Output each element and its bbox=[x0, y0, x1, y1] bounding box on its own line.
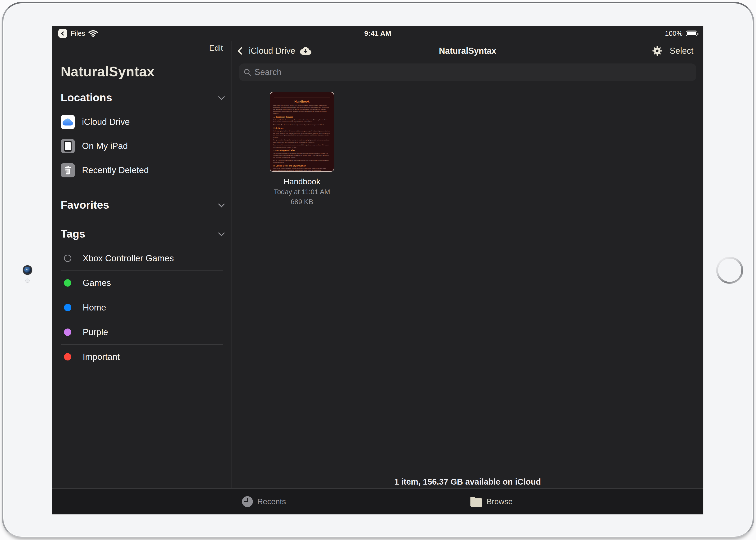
thumbnail-section-heading: ☁ Discovery Service bbox=[273, 116, 331, 118]
sidebar-item-on-my-ipad[interactable]: On My iPad bbox=[61, 134, 223, 158]
sidebar: Edit NaturalSyntax Locations bbox=[52, 41, 232, 488]
wifi-icon bbox=[89, 30, 98, 37]
chevron-down-icon bbox=[218, 229, 225, 236]
file-thumbnail[interactable]: Handbook Welcome to Natural Syntax, with… bbox=[270, 92, 334, 172]
file-item-handbook[interactable]: Handbook Welcome to Natural Syntax, with… bbox=[270, 92, 334, 206]
tag-color-dot bbox=[64, 255, 71, 262]
page-title: NaturalSyntax bbox=[439, 46, 496, 56]
select-button[interactable]: Select bbox=[670, 46, 693, 56]
tag-color-dot bbox=[64, 329, 71, 336]
thumbnail-section-heading: ⚙ Settings bbox=[273, 127, 331, 129]
sidebar-item-tag-games[interactable]: Games bbox=[61, 271, 223, 295]
clock-time: 9:41 AM bbox=[364, 29, 391, 38]
home-button[interactable] bbox=[716, 257, 743, 284]
battery-icon bbox=[686, 31, 697, 36]
back-chevron-icon bbox=[237, 47, 245, 55]
search-icon bbox=[244, 68, 251, 76]
camera-glint bbox=[26, 269, 28, 270]
file-grid: Handbook Welcome to Natural Syntax, with… bbox=[232, 81, 703, 488]
page: Files 9:41 AM 100% Edit bbox=[0, 0, 756, 540]
overlay-icon: ▣ bbox=[273, 165, 275, 167]
sidebar-item-tag-important[interactable]: Important bbox=[61, 344, 223, 369]
sidebar-item-tag-home[interactable]: Home bbox=[61, 295, 223, 320]
file-name: Handbook bbox=[270, 177, 334, 186]
thumbnail-rule bbox=[274, 97, 330, 98]
screen: Files 9:41 AM 100% Edit bbox=[52, 26, 703, 514]
tab-recents[interactable]: Recents bbox=[193, 496, 335, 507]
gear-icon[interactable] bbox=[652, 46, 662, 57]
chevron-down-icon bbox=[218, 93, 225, 100]
clock-icon bbox=[242, 496, 253, 507]
navigation-bar: iCloud Drive NaturalSyntax bbox=[232, 41, 703, 61]
front-camera bbox=[23, 265, 32, 275]
back-button[interactable]: iCloud Drive bbox=[238, 41, 311, 61]
section-header-favorites[interactable]: Favorites bbox=[61, 199, 223, 211]
back-to-app-button[interactable] bbox=[58, 29, 67, 38]
sidebar-item-recently-deleted[interactable]: Recently Deleted bbox=[61, 158, 223, 182]
sidebar-item-tag-xbox-controller-games[interactable]: Xbox Controller Games bbox=[61, 246, 223, 270]
search-bar[interactable] bbox=[239, 64, 696, 81]
thumbnail-section-heading: ▣ Lexical Color and Style Overlay bbox=[273, 165, 331, 167]
file-size: 689 KB bbox=[270, 198, 334, 206]
back-to-app-chevron-icon bbox=[61, 31, 65, 36]
battery-percent: 100% bbox=[665, 30, 682, 38]
tag-color-dot bbox=[64, 279, 71, 287]
ipad-icon bbox=[61, 139, 75, 153]
status-bar: Files 9:41 AM 100% bbox=[52, 26, 703, 41]
light-sensor bbox=[25, 279, 30, 283]
thumbnail-section-heading: ↓ Importing ePub Files bbox=[273, 149, 331, 152]
edit-button[interactable]: Edit bbox=[209, 43, 223, 53]
section-header-locations[interactable]: Locations bbox=[61, 91, 223, 104]
tag-color-dot bbox=[64, 353, 71, 360]
folder-icon bbox=[471, 498, 482, 507]
tab-browse[interactable]: Browse bbox=[420, 496, 563, 507]
app-title: NaturalSyntax bbox=[61, 64, 223, 79]
status-footer: 1 item, 156.37 GB available on iCloud bbox=[232, 477, 703, 486]
back-to-app-label[interactable]: Files bbox=[71, 30, 85, 38]
file-modified: Today at 11:01 AM bbox=[270, 188, 334, 196]
cloud-download-icon[interactable] bbox=[300, 47, 311, 55]
gear-icon: ⚙ bbox=[273, 127, 275, 129]
thumbnail-title: Handbook bbox=[273, 100, 331, 103]
import-icon: ↓ bbox=[273, 149, 275, 151]
cloud-icon: ☁ bbox=[273, 116, 275, 118]
trash-icon bbox=[61, 163, 75, 177]
sidebar-item-tag-purple[interactable]: Purple bbox=[61, 320, 223, 344]
tag-color-dot bbox=[64, 304, 71, 311]
search-input[interactable] bbox=[255, 67, 691, 77]
file-browser-pane: iCloud Drive NaturalSyntax bbox=[232, 41, 703, 488]
section-header-tags[interactable]: Tags bbox=[61, 227, 223, 240]
chevron-down-icon bbox=[218, 201, 225, 207]
tab-bar: Recents Browse bbox=[52, 488, 703, 514]
icloud-drive-icon bbox=[61, 115, 75, 129]
sidebar-item-icloud-drive[interactable]: iCloud Drive bbox=[61, 110, 223, 134]
